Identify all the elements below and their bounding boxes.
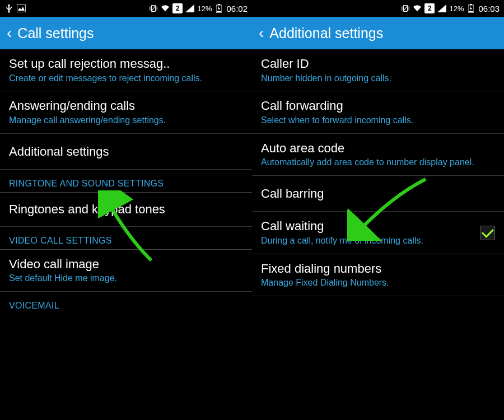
item-title: Fixed dialing numbers <box>261 261 495 277</box>
item-subtitle: Select when to forward incoming calls. <box>261 115 495 127</box>
item-call-waiting[interactable]: Call waiting During a call, notify me of… <box>252 212 504 254</box>
back-icon[interactable]: ‹ <box>259 25 264 41</box>
item-video-call-image[interactable]: Video call image Set default Hide me ima… <box>0 250 252 292</box>
item-title: Set up call rejection messag.. <box>9 56 243 72</box>
back-icon[interactable]: ‹ <box>7 25 12 41</box>
wifi-icon <box>161 4 170 13</box>
status-bar: 2 12% 06:03 <box>252 0 504 17</box>
settings-list: Caller ID Number hidden in outgoing call… <box>252 49 504 420</box>
header-bar[interactable]: ‹ Call settings <box>0 17 252 49</box>
section-video-call: VIDEO CALL SETTINGS <box>0 227 252 250</box>
item-title: Call barring <box>261 186 495 202</box>
item-subtitle: Automatically add area code to number di… <box>261 157 495 169</box>
item-answering-ending-calls[interactable]: Answering/ending calls Manage call answe… <box>0 91 252 133</box>
settings-list: Set up call rejection messag.. Create or… <box>0 49 252 420</box>
item-title: Call waiting <box>261 218 475 234</box>
page-title: Additional settings <box>269 25 383 41</box>
item-call-forwarding[interactable]: Call forwarding Select when to forward i… <box>252 91 504 133</box>
item-title: Call forwarding <box>261 98 495 114</box>
item-ringtones-keypad-tones[interactable]: Ringtones and keypad tones <box>0 193 252 227</box>
svg-rect-0 <box>17 4 26 12</box>
item-title: Caller ID <box>261 56 495 72</box>
svg-rect-13 <box>470 4 472 5</box>
item-fixed-dialing-numbers[interactable]: Fixed dialing numbers Manage Fixed Diali… <box>252 254 504 296</box>
item-title: Auto area code <box>261 141 495 156</box>
vibrate-icon <box>149 4 158 13</box>
vibrate-icon <box>401 4 410 13</box>
item-subtitle: Set default Hide me image. <box>9 273 243 284</box>
item-title: Additional settings <box>9 144 243 160</box>
item-subtitle: Manage Fixed Dialing Numbers. <box>261 277 495 289</box>
item-subtitle: Number hidden in outgoing calls. <box>261 73 495 85</box>
right-screen: 2 12% 06:03 ‹ Additional settings Caller… <box>252 0 504 420</box>
item-call-barring[interactable]: Call barring <box>252 176 504 212</box>
item-subtitle: During a call, notify me of incoming cal… <box>261 235 475 247</box>
battery-icon <box>214 4 223 13</box>
item-title: Video call image <box>9 256 243 272</box>
battery-percent: 12% <box>197 4 212 13</box>
svg-rect-6 <box>218 4 220 5</box>
wifi-icon <box>413 4 422 13</box>
clock: 06:03 <box>478 4 500 13</box>
clock: 06:02 <box>226 4 248 13</box>
page-title: Call settings <box>17 25 94 41</box>
item-caller-id[interactable]: Caller ID Number hidden in outgoing call… <box>252 49 504 91</box>
svg-rect-14 <box>469 11 473 12</box>
item-title: Ringtones and keypad tones <box>9 202 243 217</box>
item-subtitle: Create or edit messages to reject incomi… <box>9 73 243 85</box>
left-screen: 2 12% 06:02 ‹ Call settings Set up call … <box>0 0 252 420</box>
header-bar[interactable]: ‹ Additional settings <box>252 17 504 49</box>
svg-rect-7 <box>217 11 221 12</box>
picture-icon <box>17 4 26 13</box>
item-call-rejection-messages[interactable]: Set up call rejection messag.. Create or… <box>0 49 252 91</box>
battery-percent: 12% <box>449 4 464 13</box>
item-auto-area-code[interactable]: Auto area code Automatically add area co… <box>252 134 504 176</box>
signal-icon <box>185 4 194 13</box>
status-bar: 2 12% 06:02 <box>0 0 252 17</box>
usb-icon <box>4 4 13 13</box>
section-ringtone-sound: RINGTONE AND SOUND SETTINGS <box>0 170 252 193</box>
sim-indicator: 2 <box>172 3 183 13</box>
item-subtitle: Manage call answering/ending settings. <box>9 115 243 127</box>
signal-icon <box>437 4 446 13</box>
section-voicemail: VOICEMAIL <box>0 292 252 314</box>
battery-icon <box>466 4 475 13</box>
item-title: Answering/ending calls <box>9 98 243 114</box>
call-waiting-checkbox[interactable] <box>480 226 495 240</box>
item-additional-settings[interactable]: Additional settings <box>0 134 252 170</box>
sim-indicator: 2 <box>424 3 435 13</box>
